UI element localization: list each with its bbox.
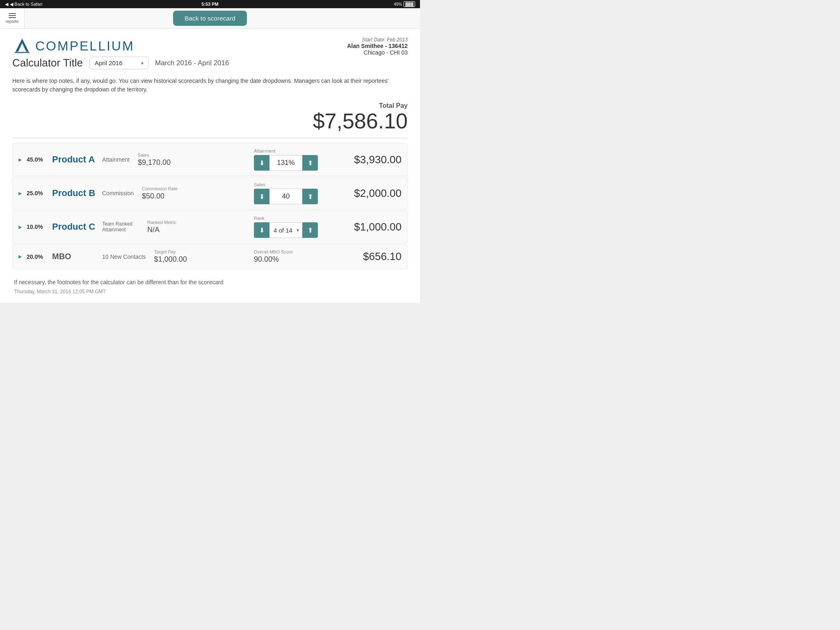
- product-subtitle-b: Commission: [102, 190, 134, 196]
- pct-mbo: 20.0%: [27, 253, 48, 260]
- metric-label-c: Ranked Metric: [147, 220, 246, 225]
- total-pay-amount: $7,586.10: [12, 110, 408, 133]
- footnote-text: If necessary, the footnotes for the calc…: [14, 279, 406, 285]
- stepper-up-a[interactable]: ⬆: [302, 155, 318, 171]
- mbo-score-value: 90.00%: [254, 255, 344, 264]
- reports-menu-button[interactable]: reports: [0, 8, 25, 28]
- back-to-safari[interactable]: ◀ ◀ Back to Safari: [5, 2, 43, 7]
- pct-c: 10.0%: [27, 224, 48, 230]
- metric-value-mbo: $1,000.00: [154, 255, 246, 264]
- line-item-mbo: ▶ 20.0% MBO 10 New Contacts Target Pay $…: [12, 244, 408, 269]
- line-item-product-a: ▶ 45.0% Product A Attainment Sales $9,17…: [12, 143, 408, 176]
- timestamp: Thursday, March 31, 2016 12:05 PM GMT: [14, 289, 406, 294]
- line-item-product-c: ▶ 10.0% Product C Team Ranked Attainment…: [12, 210, 408, 243]
- attainment-label-b: Sales: [254, 182, 344, 187]
- stepper-down-a[interactable]: ⬇: [254, 155, 269, 171]
- logo-row: COMPELLIUM: [12, 37, 229, 55]
- metric-value-c: N/A: [147, 226, 246, 234]
- product-name-c[interactable]: Product C: [52, 221, 97, 232]
- product-name-mbo[interactable]: MBO: [52, 252, 97, 261]
- pay-amount-mbo: $656.10: [348, 250, 402, 263]
- product-subtitle-mbo: 10 New Contacts: [102, 253, 146, 260]
- metric-label-mbo: Target Pay: [154, 249, 246, 254]
- stepper-value-b: 40: [269, 189, 302, 204]
- stepper-c: ⬇ 4 of 14 ▼ ⬆: [254, 222, 344, 238]
- metric-group-b: Commission Rate $50.00: [142, 186, 246, 201]
- mbo-score-group: Overall MBO Score 90.00%: [254, 249, 344, 264]
- logo-area: COMPELLIUM Calculator Title January 2016…: [12, 37, 229, 69]
- mbo-score-label: Overall MBO Score: [254, 249, 344, 254]
- attainment-group-c: Rank ⬇ 4 of 14 ▼ ⬆: [254, 216, 344, 238]
- hamburger-icon: [9, 13, 16, 18]
- metric-group-a: Sales $9,170.00: [138, 153, 246, 167]
- attainment-label-a: Attainment: [254, 148, 344, 153]
- footer-section: If necessary, the footnotes for the calc…: [12, 279, 408, 294]
- total-pay-label: Total Pay: [12, 102, 408, 110]
- main-content: COMPELLIUM Calculator Title January 2016…: [0, 29, 420, 303]
- metric-value-a: $9,170.00: [138, 158, 246, 167]
- pay-amount-a: $3,930.00: [348, 153, 402, 166]
- battery-icon: ▓▓▓: [404, 1, 415, 7]
- rank-value: 4 of 14: [274, 227, 292, 234]
- header-right: Start Date: Feb 2013 Alan Smithee - 1364…: [347, 37, 408, 56]
- metric-value-b: $50.00: [142, 192, 246, 201]
- stepper-up-c[interactable]: ⬆: [302, 222, 318, 238]
- user-name: Alan Smithee - 136412: [347, 43, 408, 49]
- pct-a: 45.0%: [27, 156, 48, 163]
- attainment-group-b: Sales ⬇ 40 ⬆: [254, 182, 344, 204]
- reports-label: reports: [6, 19, 18, 24]
- attainment-label-c: Rank: [254, 216, 344, 221]
- attainment-group-a: Attainment ⬇ 131% ⬆: [254, 148, 344, 171]
- dropdown-arrow-icon: ▼: [296, 228, 300, 233]
- start-date: Start Date: Feb 2013: [347, 37, 408, 43]
- pay-amount-b: $2,000.00: [348, 187, 402, 200]
- expand-arrow-mbo[interactable]: ▶: [18, 254, 22, 259]
- date-range: March 2016 - April 2016: [155, 59, 229, 67]
- back-to-scorecard-button[interactable]: Back to scorecard: [173, 11, 247, 26]
- expand-arrow-b[interactable]: ▶: [18, 191, 22, 196]
- status-bar: ◀ ◀ Back to Safari 5:53 PM 49% ▓▓▓: [0, 0, 420, 8]
- notes-section: Here is where top notes, if any, would g…: [12, 77, 408, 94]
- battery-status: 49% ▓▓▓: [394, 1, 415, 7]
- top-nav: reports Back to scorecard: [0, 8, 420, 29]
- pay-amount-c: $1,000.00: [348, 221, 402, 233]
- stepper-value-a: 131%: [269, 155, 302, 171]
- line-item-product-b: ▶ 25.0% Product B Commission Commission …: [12, 177, 408, 210]
- metric-label-b: Commission Rate: [142, 186, 246, 191]
- line-items: ▶ 45.0% Product A Attainment Sales $9,17…: [12, 143, 408, 269]
- stepper-up-b[interactable]: ⬆: [302, 189, 318, 204]
- product-subtitle-a: Attainment: [102, 156, 130, 163]
- stepper-down-c[interactable]: ⬇: [254, 222, 269, 238]
- calculator-title: Calculator Title: [12, 57, 83, 69]
- stepper-down-b[interactable]: ⬇: [254, 189, 269, 204]
- stepper-b: ⬇ 40 ⬆: [254, 189, 344, 204]
- compellium-logo: [12, 37, 32, 55]
- header-section: COMPELLIUM Calculator Title January 2016…: [12, 37, 408, 69]
- user-info: Alan Smithee - 136412 Chicago - CHI 03: [347, 43, 408, 56]
- clock: 5:53 PM: [201, 2, 219, 7]
- month-dropdown[interactable]: January 2016 February 2016 March 2016 Ap…: [89, 57, 148, 69]
- stepper-a: ⬇ 131% ⬆: [254, 155, 344, 171]
- month-dropdown-wrapper[interactable]: January 2016 February 2016 March 2016 Ap…: [89, 57, 148, 69]
- product-name-b[interactable]: Product B: [52, 188, 97, 199]
- metric-label-a: Sales: [138, 153, 246, 158]
- metric-group-mbo: Target Pay $1,000.00: [154, 249, 246, 264]
- product-name-a[interactable]: Product A: [52, 154, 97, 165]
- pct-b: 25.0%: [27, 190, 48, 196]
- expand-arrow-c[interactable]: ▶: [18, 224, 22, 230]
- divider: [12, 138, 408, 138]
- company-name: COMPELLIUM: [35, 39, 135, 54]
- user-location: Chicago - CHI 03: [347, 49, 408, 56]
- expand-arrow-a[interactable]: ▶: [18, 157, 22, 162]
- calc-row: Calculator Title January 2016 February 2…: [12, 57, 229, 69]
- stepper-dropdown-c[interactable]: 4 of 14 ▼: [269, 222, 302, 238]
- metric-group-c: Ranked Metric N/A: [147, 220, 246, 234]
- back-arrow-icon: ◀: [5, 2, 8, 7]
- product-subtitle-c: Team Ranked Attainment: [102, 221, 139, 233]
- total-pay-section: Total Pay $7,586.10: [12, 102, 408, 133]
